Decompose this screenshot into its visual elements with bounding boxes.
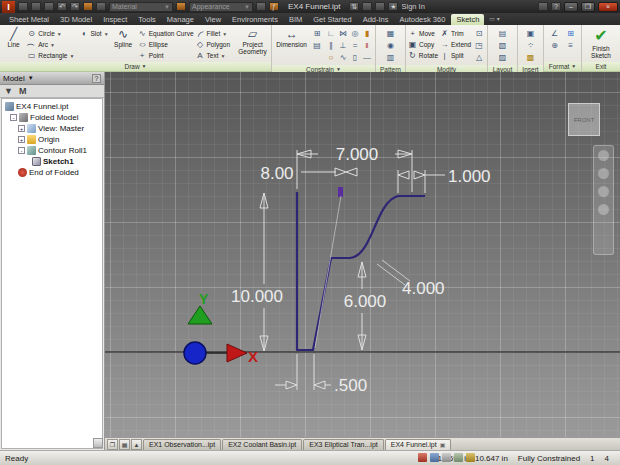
browser-help-icon[interactable]: ? [92,74,101,83]
sketch-canvas[interactable]: FRONT [105,72,620,437]
dim-text-top-width[interactable]: 7.000 [336,145,379,164]
dim-text-upper-left[interactable]: 8.00 [260,164,293,183]
funnel-profile-lines[interactable] [297,192,425,350]
tree-item-part[interactable]: EX4 Funnel.ipt [2,101,102,112]
tab-autodesk-360[interactable]: Autodesk 360 [395,14,451,25]
mirror-icon[interactable]: ▥ [387,52,395,64]
find-icon[interactable]: M [19,86,27,97]
stretch-icon[interactable]: ◳ [473,40,485,52]
undo-icon[interactable]: ↶ [57,2,67,11]
material-dropdown[interactable]: Material ▼ [109,2,173,12]
open-file-icon[interactable] [31,2,41,11]
x-axis-arrow[interactable] [227,344,247,362]
y-axis-arrow[interactable] [188,306,212,324]
lock-constraint-icon[interactable]: ▮ [361,28,373,40]
insert-image-icon[interactable]: ▣ [527,28,535,40]
insert-points-icon[interactable]: ⁘ [527,40,535,52]
dim-text-inner-height[interactable]: 6.000 [344,292,387,311]
tree-item-contour-roll[interactable]: - Contour Roll1 [2,145,102,156]
split-button[interactable]: |Split [440,50,471,61]
arc-layout-icon[interactable]: ▨ [499,52,507,64]
smooth-constraint-icon[interactable]: ∿ [337,52,349,64]
new-file-icon[interactable] [18,2,28,11]
spline-button[interactable]: ∿ Spline [111,26,136,48]
filter-icon[interactable]: ▼ [4,86,13,97]
dof-icon[interactable] [430,453,439,462]
tab-manage[interactable]: Manage [162,14,199,25]
expand-icon[interactable]: + [18,125,25,132]
minimize-button[interactable]: – [564,2,578,12]
scale-icon[interactable]: ⊡ [473,28,485,40]
symmetric-constraint-icon[interactable]: ▯ [349,52,361,64]
equal-constraint-icon[interactable]: = [349,40,361,52]
tile-windows-icon[interactable]: ❐ [107,439,118,450]
tab-bim[interactable]: BIM [284,14,307,25]
constraint-settings-icon[interactable]: ▤ [311,40,323,52]
copy-button[interactable]: ▣Copy [408,39,438,50]
dimension-8[interactable] [301,168,357,176]
slot-button[interactable]: ◖Slot▼ [79,28,108,39]
fillet-button[interactable]: (Fillet▼ [196,28,235,39]
arc-button[interactable]: (Arc▼ [27,39,77,50]
collapse-icon[interactable]: - [18,147,25,154]
help-search-icon[interactable] [375,2,385,11]
tab-add-ins[interactable]: Add-Ins [358,14,394,25]
sign-in-button[interactable]: Sign In [401,2,424,11]
rectangle-layout-icon[interactable]: ▤ [499,28,507,40]
doc-tab-ex4[interactable]: EX4 Funnel.ipt▣ [385,439,452,450]
coincident-constraint-icon[interactable]: ∟ [325,28,337,40]
line-button[interactable]: ╱ Line [2,26,25,48]
center-point-icon[interactable]: ⊞ [564,28,578,40]
dim-text-radius[interactable]: 4.000 [402,279,445,298]
finish-sketch-button[interactable]: ✔ Finish Sketch [584,26,618,59]
measure-icon[interactable] [466,453,475,462]
rectangular-pattern-icon[interactable]: ▦ [387,28,395,40]
tree-item-end-of-folded[interactable]: End of Folded [2,167,102,178]
vertical-constraint-icon[interactable]: ‖ [361,40,373,52]
tab-3d-model[interactable]: 3D Model [55,14,97,25]
cascade-windows-icon[interactable]: ▦ [119,439,130,450]
expand-icon[interactable]: + [18,136,25,143]
ribbon-minimize-icon[interactable]: ▭ ▾ [485,14,503,25]
expand-tabs-icon[interactable]: ▲ [131,439,142,450]
sketch-point-marker[interactable] [338,187,343,197]
format-panel-label[interactable]: Format▼ [544,62,581,71]
equation-curve-button[interactable]: ∿Equation Curve [138,28,194,39]
dimension-10[interactable] [260,193,268,351]
printer-icon[interactable] [442,453,451,462]
ellipse-button[interactable]: ○Ellipse [138,39,194,50]
redo-icon[interactable]: ↷ [70,2,80,11]
dimension-500[interactable] [275,354,331,390]
appearance-dropdown[interactable]: Appearance ▼ [189,2,253,12]
tree-item-folded-model[interactable]: - Folded Model [2,112,102,123]
appearance-swatch-icon[interactable] [176,2,186,11]
favorites-star-icon[interactable]: ★ [388,2,398,11]
slot-layout-icon[interactable]: ▧ [499,40,507,52]
update-icon[interactable] [83,2,93,11]
browser-resize-grip[interactable] [93,438,103,448]
doc-tab-ex2[interactable]: EX2 Coolant Basin.ipt [222,439,302,450]
driven-dimension-icon[interactable]: ≡ [564,40,578,52]
move-button[interactable]: +Move [408,28,438,39]
origin-point[interactable] [184,342,206,364]
tab-inspect[interactable]: Inspect [98,14,132,25]
help-icon[interactable]: ? [551,2,561,11]
circle-button[interactable]: ⊙Circle▼ [27,28,77,39]
tree-item-view-master[interactable]: + View: Master [2,123,102,134]
polygon-button[interactable]: ◇Polygon [196,39,235,50]
select-icon[interactable] [96,2,106,11]
save-icon[interactable] [44,2,54,11]
tab-tools[interactable]: Tools [133,14,161,25]
adjust-icon[interactable] [256,2,266,11]
draw-panel-label[interactable]: Draw▼ [0,62,271,71]
inventor-logo[interactable]: I [2,1,15,13]
dimension-1[interactable] [398,170,445,193]
browser-header[interactable]: Model ▼ ? [0,72,104,85]
point-button[interactable]: +Point [138,50,194,61]
text-button[interactable]: AText▼ [196,50,235,61]
insert-acad-icon[interactable]: ▩ [527,52,535,64]
exchange-icon[interactable]: ⇅ [349,2,359,11]
centerline-icon[interactable]: ⊕ [548,40,562,52]
parameters-icon[interactable]: ƒ [269,2,279,11]
auto-dimension-icon[interactable]: ⊞ [311,28,323,40]
